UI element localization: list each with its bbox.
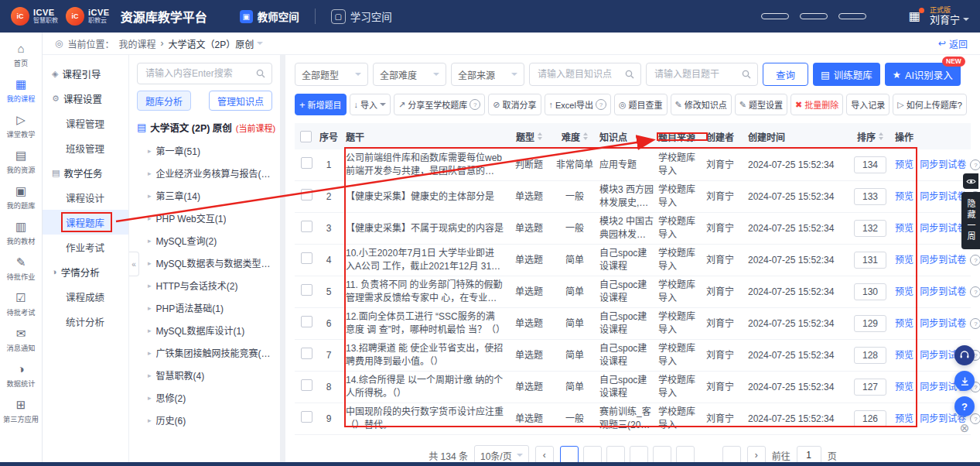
- tree-node[interactable]: ▸ 第三章(14): [137, 184, 272, 207]
- toolbar-button[interactable]: ◎ 题目查重: [614, 94, 668, 115]
- sidebar-collapse-handle[interactable]: «: [129, 252, 139, 276]
- sidebar-item[interactable]: 课程题库: [43, 210, 128, 235]
- order-input[interactable]: 126: [854, 410, 886, 427]
- sidebar-item[interactable]: 班级管理: [43, 135, 128, 160]
- preview-link[interactable]: 预览: [895, 223, 913, 234]
- sort-icon[interactable]: [538, 132, 542, 140]
- sync-to-paper-link[interactable]: 同步到试卷: [920, 223, 966, 234]
- sidebar-item[interactable]: 课程设计: [43, 185, 128, 210]
- tree-node[interactable]: ▸ PHP Web交互(1): [137, 207, 272, 229]
- query-button[interactable]: 查询: [763, 63, 808, 86]
- tree-node[interactable]: ▸ 思修(2): [137, 386, 272, 409]
- preview-link[interactable]: 预览: [895, 382, 913, 392]
- toolbar-button[interactable]: ✎ 修改知识点: [671, 94, 732, 115]
- sidebar-item[interactable]: 课程成绩: [43, 284, 128, 309]
- apps-grid-icon[interactable]: ▦: [909, 10, 920, 22]
- toolbar-button[interactable]: 导入记录: [846, 94, 890, 115]
- order-input[interactable]: 132: [854, 220, 886, 237]
- header-pill-button[interactable]: [838, 13, 866, 19]
- question-stem[interactable]: 13.招聘渠道 能 使企业节省支出，使招 聘费用降到最小值。（）: [346, 342, 504, 368]
- space-nav-item[interactable]: ▢ 学习空间: [315, 9, 392, 24]
- toolbar-button[interactable]: ⊘ 取消分享: [488, 94, 541, 115]
- hide-for-week-tab[interactable]: 隐藏一周: [961, 173, 980, 249]
- back-button[interactable]: ↩返回: [938, 37, 968, 50]
- rail-item[interactable]: ⊞ 第三方应用: [0, 393, 42, 429]
- order-input[interactable]: 128: [854, 347, 886, 364]
- tree-node[interactable]: ▸ PHP语法基础(1): [137, 296, 272, 319]
- sidebar-item[interactable]: ⚙ 课程设置: [43, 86, 128, 111]
- help-icon[interactable]: ?: [470, 99, 480, 110]
- row-checkbox[interactable]: [301, 221, 312, 232]
- header-pill-button[interactable]: [761, 13, 789, 19]
- sync-to-paper-link[interactable]: 同步到试卷: [920, 255, 966, 266]
- zhijiaoyun-logo[interactable]: iC iCVE职教云: [66, 7, 110, 26]
- row-checkbox[interactable]: [301, 348, 312, 359]
- sync-to-paper-link[interactable]: 同步到试卷: [920, 191, 966, 202]
- col-difficulty[interactable]: 难度: [555, 130, 599, 143]
- preview-link[interactable]: 预览: [895, 286, 913, 297]
- tree-node[interactable]: ▸ 智慧职教(4): [137, 364, 272, 386]
- collapse-floating-icon[interactable]: ⊗: [960, 422, 970, 433]
- row-checkbox[interactable]: [301, 284, 312, 296]
- preview-link[interactable]: 预览: [895, 350, 913, 361]
- sort-icon[interactable]: [879, 132, 883, 140]
- question-stem[interactable]: 11. 负责将不同 的业务部门特殊的假勤 管理需求反馈给专家中 心，在专业中心的…: [346, 279, 504, 305]
- sync-to-paper-link[interactable]: 同步到试卷: [920, 159, 966, 170]
- question-stem[interactable]: 【健康史采集】健康史的主体部分是: [346, 190, 504, 204]
- download-button[interactable]: [954, 371, 975, 391]
- toolbar-button[interactable]: ↗ 分享至学校题库 ?: [394, 94, 485, 115]
- train-bank-button[interactable]: ▤训练题库: [813, 63, 880, 86]
- tree-node[interactable]: ▸ 企业经济业务核算与报告(10): [137, 162, 272, 184]
- help-icon[interactable]: ?: [596, 99, 606, 110]
- rail-item[interactable]: ☑ 待批考试: [0, 286, 42, 322]
- help-icon[interactable]: ?: [970, 255, 980, 266]
- question-stem[interactable]: 【健康史采集】不属于现病史的内容是: [346, 222, 504, 235]
- rail-item[interactable]: ◑ 数据统计: [0, 358, 42, 393]
- toolbar-button[interactable]: ✖ 批量删除: [790, 94, 843, 115]
- question-stem[interactable]: 中国现阶段的央行数字货币设计应注重 （）替代。: [346, 406, 504, 432]
- preview-link[interactable]: 预览: [895, 318, 913, 329]
- toolbar-button[interactable]: ↑ Excel导出 ?: [545, 94, 611, 115]
- rail-item[interactable]: ▤ 我的资源: [0, 144, 42, 180]
- toolbar-button[interactable]: + 新增题目: [295, 94, 347, 115]
- tree-root-course[interactable]: ▤ 大学语文 (2P) 原创 (当前课程): [137, 120, 272, 135]
- order-input[interactable]: 134: [854, 156, 886, 173]
- rail-item[interactable]: ▦ 我的课程: [0, 73, 42, 108]
- stem-search-input[interactable]: [653, 68, 739, 81]
- help-icon[interactable]: ?: [970, 159, 980, 170]
- tree-node[interactable]: ▸ MySQL查询(2): [137, 229, 272, 252]
- tree-node[interactable]: ▸ HTTP与会话技术(2): [137, 274, 272, 296]
- rail-item[interactable]: ▷ 课堂教学: [0, 108, 42, 144]
- tree-search-input[interactable]: [144, 67, 251, 80]
- manage-knowledge-button[interactable]: 管理知识点: [209, 91, 272, 111]
- tree-node[interactable]: ▸ 广铁集团接触网技能竞赛(10): [137, 341, 272, 364]
- knowledge-search-input[interactable]: [536, 68, 622, 81]
- icve-logo[interactable]: iC ICVE智慧职教: [11, 7, 58, 26]
- select-all-checkbox[interactable]: [300, 131, 312, 142]
- preview-link[interactable]: 预览: [895, 413, 913, 424]
- rail-item[interactable]: ▣ 我的题库: [0, 180, 42, 215]
- customer-service-button[interactable]: [954, 345, 975, 365]
- toolbar-button[interactable]: ✎ 题型设置: [735, 94, 787, 115]
- help-icon[interactable]: ?: [970, 286, 980, 297]
- question-stem[interactable]: 14.综合所得是 以一个周期计缴 纳的个人所得税。（）: [346, 374, 504, 400]
- tree-node[interactable]: ▸ 历史(6): [137, 409, 272, 431]
- order-input[interactable]: 131: [854, 252, 886, 269]
- rail-item[interactable]: ⌂ 首页: [0, 37, 42, 73]
- col-order[interactable]: 排序: [850, 130, 895, 143]
- tree-node[interactable]: ▸ MySQL数据表与数据类型(3): [137, 252, 272, 274]
- tree-node[interactable]: ▸ MySQL数据库设计(1): [137, 319, 272, 341]
- breadcrumb-root[interactable]: 我的课程: [119, 37, 156, 50]
- col-type[interactable]: 题型: [508, 130, 555, 143]
- rail-item[interactable]: ▥ 我的教材: [0, 215, 42, 251]
- toolbar-button[interactable]: ▷ 如何上传题库?: [893, 94, 967, 115]
- row-checkbox[interactable]: [301, 157, 312, 169]
- sync-to-paper-link[interactable]: 同步到试卷: [920, 286, 966, 297]
- sort-icon[interactable]: [583, 132, 588, 140]
- question-stem[interactable]: 12.面向全体员工进行 “SSC服务的满意度 调 查”时，哪种时机最恰 当？（）: [346, 310, 504, 337]
- space-nav-item[interactable]: ▣ 教师空间: [240, 9, 299, 24]
- row-checkbox[interactable]: [301, 316, 312, 327]
- bank-analysis-button[interactable]: 题库分析: [137, 91, 191, 111]
- tree-node[interactable]: ▸ 第一章(51): [137, 139, 272, 162]
- rail-item[interactable]: ✉ 消息通知: [0, 322, 42, 358]
